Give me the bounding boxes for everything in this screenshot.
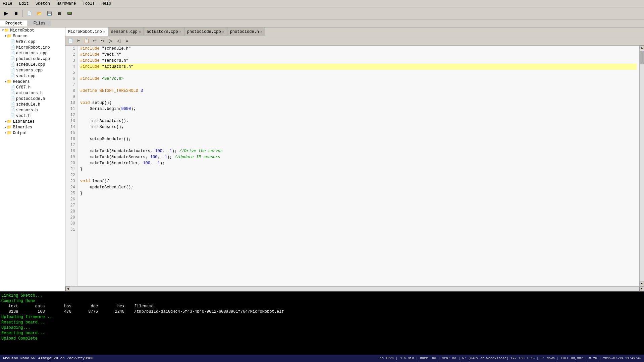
file-icon-sensors: 📄 bbox=[10, 68, 15, 73]
ed-step-btn[interactable]: ▷ bbox=[107, 37, 114, 45]
file-icon-actuators: 📄 bbox=[10, 51, 15, 56]
sidebar-label-actuators-cpp: actuators.cpp bbox=[16, 51, 48, 56]
sidebar-item-vect-cpp[interactable]: 📄 vect.cpp bbox=[0, 73, 65, 79]
sidebar-item-schedule-h[interactable]: 📄 schedule.h bbox=[0, 102, 65, 107]
stop-button[interactable]: ■ bbox=[11, 9, 21, 18]
file-icon-vect-h: 📄 bbox=[10, 113, 15, 118]
sidebar-item-binaries[interactable]: ▶ 📁 Binaries bbox=[0, 124, 65, 130]
sidebar-label-photodiode-h: photodiode.h bbox=[16, 97, 45, 101]
code-editor[interactable]: 1234567891011121314151617181920212223242… bbox=[65, 46, 639, 286]
editor-tab-photodiode-cpp[interactable]: photodiode.cpp ✕ bbox=[184, 27, 227, 36]
binaries-folder-icon: 📁 bbox=[7, 125, 12, 130]
code-editor-container: 1234567891011121314151617181920212223242… bbox=[65, 46, 644, 286]
status-bar: Arduino Nano w/ ATmega328 on /dev/ttyUSB… bbox=[0, 355, 644, 362]
code-content[interactable]: #include "schedule.h"#include "vect.h"#i… bbox=[77, 46, 639, 286]
run-button[interactable]: ▶ bbox=[1, 9, 11, 18]
close-actuators-button[interactable]: ✕ bbox=[179, 30, 181, 34]
sidebar-item-photodiode-h[interactable]: 📄 photodiode.h bbox=[0, 96, 65, 102]
new-button[interactable]: 📄 bbox=[24, 9, 34, 18]
sidebar-label-binaries: Binaries bbox=[13, 125, 32, 130]
scroll-down-button[interactable]: ▼ bbox=[640, 282, 644, 286]
sidebar: ▼ 📁 MicroRobot ▼ 📁 Source 📄 GY87.cpp 📄 M… bbox=[0, 27, 65, 291]
editor-toolbar: 📄 ✂ 📋 ↩ ↪ ▷ ◁ ≡ bbox=[65, 36, 644, 46]
menu-edit[interactable]: Edit bbox=[18, 1, 30, 7]
file-icon-sensors-h: 📄 bbox=[10, 108, 15, 113]
sidebar-label-output: Output bbox=[13, 131, 27, 135]
sidebar-item-gy87h[interactable]: 📄 GY87.h bbox=[0, 84, 65, 90]
sidebar-item-photodiode-cpp[interactable]: 📄 photodiode.cpp bbox=[0, 56, 65, 62]
main-toolbar: ▶ ■ 📄 📂 💾 🖥 📟 bbox=[0, 7, 644, 19]
sidebar-item-actuators-cpp[interactable]: 📄 actuators.cpp bbox=[0, 50, 65, 56]
file-icon-actuators-h: 📄 bbox=[10, 90, 15, 96]
close-photodiode-h-button[interactable]: ✕ bbox=[260, 30, 262, 34]
editor-tab-actuators-cpp[interactable]: actuators.cpp ✕ bbox=[144, 27, 184, 36]
editor-tab-sensors-cpp[interactable]: sensors.cpp ✕ bbox=[108, 27, 144, 36]
open-button[interactable]: 📂 bbox=[35, 9, 44, 18]
ed-new-btn[interactable]: 📄 bbox=[67, 37, 74, 45]
scroll-thumb[interactable] bbox=[640, 51, 644, 64]
scroll-right-button[interactable]: ▶ bbox=[639, 287, 644, 291]
editor-tab-photodiode-h[interactable]: photodiode.h ✕ bbox=[227, 27, 265, 36]
sidebar-item-libraries[interactable]: ▶ 📁 Libraries bbox=[0, 119, 65, 124]
editor-area: MicroRobot.ino ✕ sensors.cpp ✕ actuators… bbox=[65, 27, 644, 291]
close-photodiode-cpp-button[interactable]: ✕ bbox=[222, 30, 224, 34]
sidebar-label-vect-h: vect.h bbox=[16, 114, 31, 118]
menu-help[interactable]: Help bbox=[100, 1, 112, 7]
folder-icon: 📁 bbox=[4, 28, 9, 33]
toolbar-separator-1 bbox=[22, 10, 23, 17]
file-icon-gy87cpp: 📄 bbox=[10, 39, 15, 44]
menu-hardware[interactable]: Hardware bbox=[55, 1, 77, 7]
editor-tab-label-photodiode-h: photodiode.h bbox=[230, 29, 259, 34]
file-icon-gy87h: 📄 bbox=[10, 85, 15, 90]
console-output: Linking Sketch...Compiling Done text dat… bbox=[0, 291, 644, 355]
close-sensors-button[interactable]: ✕ bbox=[139, 30, 141, 34]
sidebar-label-source: Source bbox=[13, 34, 27, 39]
line-numbers: 1234567891011121314151617181920212223242… bbox=[65, 46, 77, 286]
menu-sketch[interactable]: Sketch bbox=[34, 1, 51, 7]
sidebar-item-microrobot-ino[interactable]: 📄 MicroRobot.ino bbox=[0, 45, 65, 50]
menu-tools[interactable]: Tools bbox=[81, 1, 96, 7]
sidebar-label-sensors-h: sensors.h bbox=[16, 108, 38, 113]
tab-project[interactable]: Project bbox=[0, 20, 28, 26]
scroll-up-button[interactable]: ▲ bbox=[640, 46, 644, 50]
sidebar-label-gy87cpp: GY87.cpp bbox=[16, 40, 36, 44]
tab-files[interactable]: Files bbox=[28, 20, 51, 26]
expand-microrobot-icon: ▼ bbox=[2, 29, 4, 32]
source-folder-icon: 📁 bbox=[7, 34, 12, 39]
sidebar-item-source[interactable]: ▼ 📁 Source bbox=[0, 33, 65, 39]
sidebar-label-schedule-h: schedule.h bbox=[16, 102, 40, 107]
expand-output-icon: ▶ bbox=[5, 131, 6, 135]
file-icon-schedule: 📄 bbox=[10, 62, 15, 67]
scrollbar-vertical[interactable]: ▲ ▼ bbox=[639, 46, 644, 286]
sidebar-item-output[interactable]: ▶ 📁 Output bbox=[0, 130, 65, 136]
sidebar-item-actuators-h[interactable]: 📄 actuators.h bbox=[0, 90, 65, 96]
close-ino-button[interactable]: ✕ bbox=[103, 30, 105, 34]
serial-button[interactable]: 📟 bbox=[65, 9, 74, 18]
sidebar-item-sensors-h[interactable]: 📄 sensors.h bbox=[0, 107, 65, 113]
output-folder-icon: 📁 bbox=[7, 130, 12, 135]
menu-file[interactable]: File bbox=[1, 1, 14, 7]
sidebar-label-schedule-cpp: schedule.cpp bbox=[16, 62, 45, 67]
save-button[interactable]: 💾 bbox=[45, 9, 54, 18]
sidebar-item-microrobot[interactable]: ▼ 📁 MicroRobot bbox=[0, 27, 65, 33]
ed-cut-btn[interactable]: ✂ bbox=[75, 37, 82, 45]
sidebar-item-gy87cpp[interactable]: 📄 GY87.cpp bbox=[0, 39, 65, 45]
expand-libraries-icon: ▶ bbox=[5, 120, 6, 123]
ed-copy-btn[interactable]: 📋 bbox=[83, 37, 90, 45]
ed-find-btn[interactable]: ≡ bbox=[123, 37, 130, 45]
monitor-button[interactable]: 🖥 bbox=[55, 9, 64, 18]
sidebar-label-gy87h: GY87.h bbox=[16, 85, 31, 90]
sidebar-item-schedule-cpp[interactable]: 📄 schedule.cpp bbox=[0, 62, 65, 67]
editor-tab-label-ino: MicroRobot.ino bbox=[68, 29, 102, 34]
menu-bar: File Edit Sketch Hardware Tools Help bbox=[0, 0, 644, 7]
sidebar-item-headers[interactable]: ▼ 📁 Headers bbox=[0, 79, 65, 84]
sidebar-item-sensors-cpp[interactable]: 📄 sensors.cpp bbox=[0, 67, 65, 73]
ed-stepout-btn[interactable]: ◁ bbox=[115, 37, 122, 45]
scroll-left-button[interactable]: ◀ bbox=[65, 287, 70, 291]
file-icon-photodiode-h: 📄 bbox=[10, 96, 15, 101]
ed-redo-btn[interactable]: ↪ bbox=[99, 37, 106, 45]
ed-undo-btn[interactable]: ↩ bbox=[91, 37, 98, 45]
editor-tab-microrobot-ino[interactable]: MicroRobot.ino ✕ bbox=[65, 27, 108, 36]
sidebar-item-vect-h[interactable]: 📄 vect.h bbox=[0, 113, 65, 119]
scrollbar-horizontal[interactable]: ◀ ▶ bbox=[65, 286, 644, 291]
